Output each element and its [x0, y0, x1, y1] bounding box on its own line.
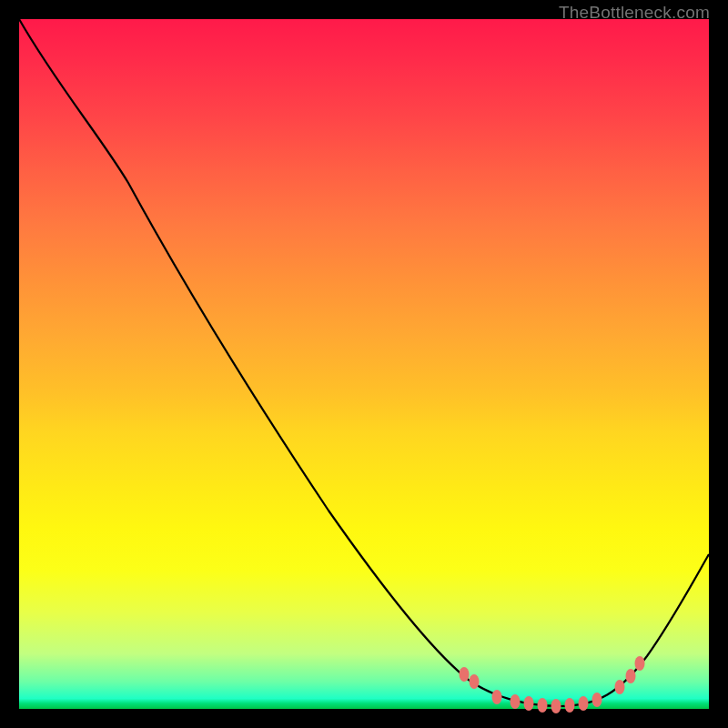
- data-dot: [511, 694, 521, 709]
- data-dot: [565, 698, 575, 713]
- data-dot: [579, 696, 589, 711]
- data-dot: [635, 656, 645, 671]
- data-dot: [538, 698, 548, 713]
- data-dot: [492, 690, 502, 704]
- chart-canvas: TheBottleneck.com: [0, 0, 728, 728]
- dot-group: [460, 656, 645, 713]
- plot-area: [19, 19, 709, 709]
- data-dot: [470, 674, 480, 689]
- data-dot: [551, 699, 561, 713]
- data-dot: [615, 680, 625, 694]
- bottleneck-curve: [19, 19, 709, 706]
- data-dot: [524, 696, 534, 711]
- data-dot: [592, 693, 602, 707]
- data-dot: [626, 669, 636, 683]
- chart-svg: [19, 19, 709, 709]
- data-dot: [460, 667, 470, 682]
